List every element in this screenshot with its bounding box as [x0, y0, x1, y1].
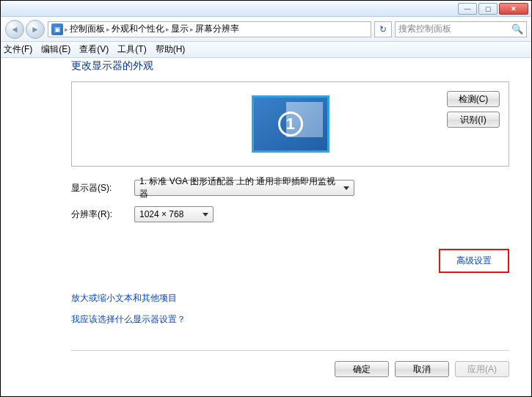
navbar: ◄ ► ▣ ▸ 控制面板 ▸ 外观和个性化 ▸ 显示 ▸ 屏幕分辨率 ↻ 搜索控… [1, 17, 531, 42]
display-row: 显示器(S): 1. 标准 VGA 图形适配器 上的 通用非即插即用监视器 [71, 180, 509, 196]
maximize-button[interactable]: ▢ [478, 3, 498, 15]
window: — ▢ ✕ ◄ ► ▣ ▸ 控制面板 ▸ 外观和个性化 ▸ 显示 ▸ 屏幕分辨率… [0, 0, 532, 397]
breadcrumb[interactable]: 外观和个性化 [112, 23, 164, 35]
monitor-number: 1 [278, 112, 303, 136]
titlebar: — ▢ ✕ [1, 1, 531, 17]
detect-button[interactable]: 检测(C) [447, 91, 500, 107]
help-links: 放大或缩小文本和其他项目 我应该选择什么显示器设置？ [71, 292, 509, 326]
monitor-preview[interactable]: 1 [252, 95, 329, 153]
menu-view[interactable]: 查看(V) [79, 43, 109, 56]
menu-help[interactable]: 帮助(H) [156, 43, 186, 56]
breadcrumb[interactable]: 显示 [171, 23, 189, 35]
ok-button[interactable]: 确定 [335, 361, 389, 377]
search-input[interactable]: 搜索控制面板 🔍 [395, 21, 527, 37]
display-label: 显示器(S): [71, 182, 123, 194]
resolution-value: 1024 × 768 [139, 209, 183, 219]
resolution-label: 分辨率(R): [71, 208, 123, 221]
page-title: 更改显示器的外观 [71, 59, 509, 73]
chevron-down-icon [343, 186, 349, 190]
content-area: 更改显示器的外观 1 检测(C) 识别(I) 显示器(S): 1. 标准 VGA… [71, 59, 509, 386]
chevron-right-icon: ▸ [190, 26, 194, 33]
apply-button[interactable]: 应用(A) [455, 361, 509, 377]
breadcrumb[interactable]: 控制面板 [70, 23, 105, 35]
back-button[interactable]: ◄ [5, 20, 24, 39]
chevron-right-icon: ▸ [166, 26, 170, 33]
display-value: 1. 标准 VGA 图形适配器 上的 通用非即插即用监视器 [139, 175, 338, 200]
display-preview-box: 1 检测(C) 识别(I) [71, 81, 509, 167]
identify-button[interactable]: 识别(I) [447, 112, 500, 128]
search-placeholder: 搜索控制面板 [398, 23, 451, 35]
advanced-wrap: 高级设置 [71, 249, 509, 273]
chevron-right-icon: ▸ [65, 26, 68, 33]
preview-buttons: 检测(C) 识别(I) [447, 91, 500, 128]
advanced-settings-link[interactable]: 高级设置 [439, 249, 509, 273]
chevron-right-icon: ▸ [106, 26, 110, 33]
close-button[interactable]: ✕ [499, 3, 528, 15]
menu-edit[interactable]: 编辑(E) [41, 43, 70, 56]
dialog-separator [71, 350, 509, 351]
chevron-down-icon [203, 213, 208, 216]
resolution-row: 分辨率(R): 1024 × 768 [71, 206, 509, 222]
address-bar[interactable]: ▣ ▸ 控制面板 ▸ 外观和个性化 ▸ 显示 ▸ 屏幕分辨率 [48, 21, 371, 37]
forward-button[interactable]: ► [26, 20, 45, 39]
menubar: 文件(F) 编辑(E) 查看(V) 工具(T) 帮助(H) [1, 42, 531, 58]
cancel-button[interactable]: 取消 [395, 361, 449, 377]
text-size-link[interactable]: 放大或缩小文本和其他项目 [71, 292, 509, 305]
menu-tools[interactable]: 工具(T) [117, 43, 146, 56]
which-display-link[interactable]: 我应该选择什么显示器设置？ [71, 313, 509, 326]
search-icon: 🔍 [511, 23, 523, 34]
dialog-buttons: 确定 取消 应用(A) [335, 361, 509, 377]
minimize-button[interactable]: — [458, 3, 477, 15]
nav-buttons: ◄ ► [5, 20, 45, 39]
display-dropdown[interactable]: 1. 标准 VGA 图形适配器 上的 通用非即插即用监视器 [134, 180, 354, 196]
menu-file[interactable]: 文件(F) [4, 43, 32, 56]
control-panel-icon: ▣ [51, 23, 63, 35]
refresh-button[interactable]: ↻ [374, 21, 392, 37]
breadcrumb[interactable]: 屏幕分辨率 [195, 23, 239, 35]
resolution-dropdown[interactable]: 1024 × 768 [134, 206, 214, 222]
